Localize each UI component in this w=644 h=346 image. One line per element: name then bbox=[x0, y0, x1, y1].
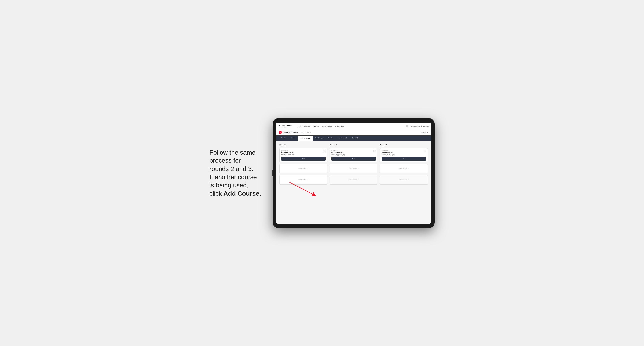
round-1-plus-icon-2: + bbox=[308, 179, 308, 181]
round-1-add-course-2[interactable]: Add Course + bbox=[279, 175, 327, 184]
tab-results[interactable]: Results bbox=[325, 136, 336, 141]
round-2-add-course-2: Add Course + bbox=[330, 175, 378, 184]
format-badge: (Men) bbox=[300, 132, 304, 133]
round-1-course-tag: (Course A) bbox=[281, 150, 326, 152]
tablet-screen: SCOREBOARD Powered by clippd TOURNAMENTS… bbox=[276, 123, 431, 224]
instruction-line6-prefix: click bbox=[210, 190, 224, 197]
nav-tournaments[interactable]: TOURNAMENTS bbox=[297, 125, 310, 127]
round-1-edit-button[interactable]: Edit bbox=[281, 157, 326, 161]
instruction-line3: rounds 2 and 3. bbox=[210, 165, 253, 172]
round-2-add-course-label-2: Add Course bbox=[348, 179, 357, 180]
clippd-icon: C bbox=[278, 131, 282, 134]
user-email: blair@clippd.io bbox=[410, 125, 420, 127]
round-2-edit-button[interactable]: Edit bbox=[332, 157, 376, 161]
round-3-add-course-label-1: Add Course bbox=[399, 168, 407, 170]
rounds-grid: Round 1 ○ (Course A) Peachtree GC Yellow… bbox=[279, 144, 428, 184]
round-3-column: Round 3 ○ (Course A) Peachtree GC Yellow… bbox=[380, 144, 428, 184]
cancel-x[interactable]: ✕ bbox=[427, 132, 428, 134]
nav-committee[interactable]: COMMITTEE bbox=[322, 125, 332, 127]
round-1-course-name: Peachtree GC bbox=[281, 152, 326, 154]
round-1-add-course-label-1: Add Course bbox=[298, 168, 306, 170]
round-3-label: Round 3 bbox=[380, 144, 428, 146]
round-1-course-details: Yellow (M) (6629 yds) bbox=[281, 154, 326, 155]
round-1-plus-icon-1: + bbox=[308, 168, 308, 170]
logo-sub: Powered by clippd bbox=[278, 126, 293, 128]
tab-teams[interactable]: Teams bbox=[288, 136, 298, 141]
tab-leaderboards[interactable]: Leaderboards bbox=[336, 136, 350, 141]
sub-header: C Clippd Invitational (Men) Hosting Canc… bbox=[276, 130, 431, 136]
round-3-add-course-label-2: Add Course bbox=[399, 179, 407, 180]
nav-rankings[interactable]: RANKINGS bbox=[336, 125, 344, 127]
round-3-plus-icon-1: + bbox=[408, 168, 409, 170]
tab-tee-groups[interactable]: Tee Groups bbox=[312, 136, 325, 141]
round-1-delete-icon[interactable]: ○ bbox=[323, 150, 326, 152]
tab-details[interactable]: Details bbox=[278, 136, 288, 141]
sub-header-right: Cancel ✕ bbox=[421, 132, 428, 134]
round-3-add-course-1[interactable]: Add Course + bbox=[380, 164, 428, 173]
round-1-course-card: ○ (Course A) Peachtree GC Yellow (M) (66… bbox=[279, 148, 327, 163]
scoreboard-logo: SCOREBOARD Powered by clippd bbox=[278, 124, 293, 128]
round-2-add-course-label-1: Add Course bbox=[348, 168, 357, 170]
round-2-column: Round 2 ○ (Course A) Peachtree GC Yellow… bbox=[330, 144, 378, 184]
main-content: Round 1 ○ (Course A) Peachtree GC Yellow… bbox=[276, 141, 431, 224]
instruction-line2: process for bbox=[210, 157, 241, 164]
round-2-course-details: Yellow (M) (6629 yds) bbox=[332, 154, 376, 155]
round-1-label: Round 1 bbox=[279, 144, 327, 146]
nav-separator: | bbox=[421, 125, 422, 127]
instruction-line5: is being used, bbox=[210, 181, 248, 189]
nav-teams[interactable]: TEAMS bbox=[313, 125, 319, 127]
round-2-plus-icon-2: + bbox=[358, 179, 359, 181]
tablet-device: SCOREBOARD Powered by clippd TOURNAMENTS… bbox=[273, 118, 434, 228]
round-2-label: Round 2 bbox=[330, 144, 378, 146]
round-2-add-course-1[interactable]: Add Course + bbox=[330, 164, 378, 173]
round-2-course-name: Peachtree GC bbox=[332, 152, 376, 154]
logo-title: SCOREBOARD bbox=[278, 124, 293, 126]
cancel-button[interactable]: Cancel bbox=[421, 132, 426, 133]
round-3-plus-icon-2: + bbox=[408, 179, 409, 181]
round-3-edit-button[interactable]: Edit bbox=[382, 157, 426, 161]
tournament-name: Clippd Invitational bbox=[283, 132, 298, 134]
user-avatar bbox=[406, 125, 408, 127]
round-3-course-card: ○ (Course A) Peachtree GC Yellow (M) (66… bbox=[380, 148, 428, 163]
round-1-column: Round 1 ○ (Course A) Peachtree GC Yellow… bbox=[279, 144, 327, 184]
round-3-course-tag: (Course A) bbox=[382, 150, 426, 152]
instruction-line4: If another course bbox=[210, 173, 257, 180]
round-3-add-course-2: Add Course + bbox=[380, 175, 428, 184]
instruction-panel: Follow the same process for rounds 2 and… bbox=[210, 149, 265, 198]
instruction-line6-bold: Add Course. bbox=[224, 190, 261, 197]
nav-right: blair@clippd.io | Sign out bbox=[406, 125, 428, 127]
round-3-course-name: Peachtree GC bbox=[382, 152, 426, 154]
round-2-course-card: ○ (Course A) Peachtree GC Yellow (M) (66… bbox=[330, 148, 378, 163]
tab-bar: Details Teams Course Setup Tee Groups Re… bbox=[276, 136, 431, 141]
round-1-add-course-1[interactable]: Add Course + bbox=[279, 164, 327, 173]
round-2-course-tag: (Course A) bbox=[332, 150, 376, 152]
sign-out-link[interactable]: Sign out bbox=[423, 125, 428, 127]
top-nav: SCOREBOARD Powered by clippd TOURNAMENTS… bbox=[276, 123, 431, 130]
nav-links: TOURNAMENTS TEAMS COMMITTEE RANKINGS bbox=[297, 125, 406, 127]
round-2-delete-icon[interactable]: ○ bbox=[373, 150, 376, 152]
instruction-line1: Follow the same bbox=[210, 149, 256, 156]
sub-header-logo: C Clippd Invitational (Men) Hosting bbox=[278, 131, 310, 134]
round-1-add-course-label-2: Add Course bbox=[298, 179, 306, 180]
hosting-badge: Hosting bbox=[306, 132, 310, 133]
tab-printables[interactable]: Printables bbox=[350, 136, 362, 141]
tablet-side-button bbox=[272, 170, 273, 176]
round-2-plus-icon-1: + bbox=[358, 168, 359, 170]
round-3-delete-icon[interactable]: ○ bbox=[424, 150, 426, 152]
tab-course-setup[interactable]: Course Setup bbox=[298, 136, 312, 141]
round-3-course-details: Yellow (M) (6629 yds) bbox=[382, 154, 426, 155]
